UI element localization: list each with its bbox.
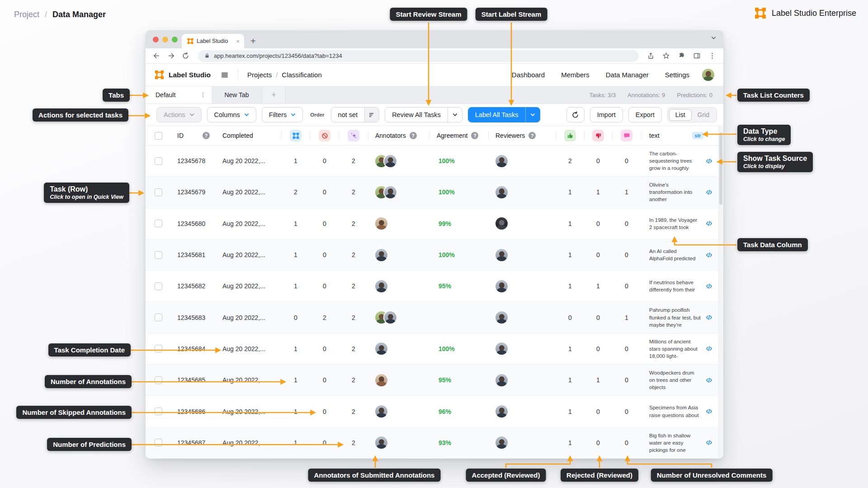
new-tab-icon[interactable]: + (250, 34, 256, 48)
show-task-source-code-icon[interactable] (705, 408, 713, 415)
close-tab-icon[interactable]: × (236, 38, 240, 45)
accepted-count: 1 (556, 251, 584, 258)
nav-link-data-manager[interactable]: Data Manager (606, 71, 649, 79)
table-row[interactable]: 12345682 Aug 20 2022,... 1 0 2 95% 1 1 0… (146, 271, 723, 302)
order-control[interactable]: not set (331, 107, 380, 122)
column-header-agreement[interactable]: Agreement ? (429, 126, 488, 145)
column-header-completed[interactable]: Completed (215, 126, 281, 145)
view-grid-button[interactable]: Grid (692, 109, 715, 120)
show-task-source-code-icon[interactable] (705, 345, 713, 352)
table-row[interactable]: 12345685 Aug 20 2022,... 1 0 2 95% 1 1 0… (146, 365, 723, 396)
refresh-button[interactable] (566, 107, 585, 122)
hamburger-menu-icon[interactable] (221, 71, 229, 79)
tab-new-tab[interactable]: New Tab (212, 86, 262, 103)
table-row[interactable]: 12345687 Aug 20 2022,... 1 0 2 93% 1 0 0… (146, 427, 723, 459)
user-avatar[interactable] (702, 69, 714, 81)
show-task-source-code-icon[interactable] (705, 439, 713, 446)
browser-tab[interactable]: Label Studio × (182, 34, 244, 48)
show-task-source-code-icon[interactable] (705, 188, 713, 196)
table-row[interactable]: 12345684 Aug 20 2022,... 1 0 2 100% 1 0 … (146, 333, 723, 365)
columns-button[interactable]: Columns (207, 107, 256, 122)
tab-default[interactable]: Default (146, 86, 212, 103)
address-bar[interactable]: app.heartex.com/projects/123456/data?tab… (198, 50, 639, 62)
table-row[interactable]: 12345683 Aug 20 2022,... 0 2 2 0 0 1 Pah… (146, 302, 723, 333)
nav-link-members[interactable]: Members (561, 71, 590, 79)
column-header-text[interactable]: text str (641, 126, 714, 145)
show-task-source-code-icon[interactable] (705, 282, 713, 290)
label-all-tasks-button[interactable]: Label All Tasks (468, 107, 540, 122)
reload-icon[interactable] (182, 52, 189, 60)
forward-icon[interactable] (167, 52, 175, 60)
row-checkbox[interactable] (155, 376, 162, 384)
export-button[interactable]: Export (628, 107, 662, 122)
show-task-source-code-icon[interactable] (705, 376, 713, 384)
tab-options-kebab-icon[interactable] (200, 92, 206, 98)
predictions-sparkles-icon[interactable] (348, 130, 359, 141)
column-header-id[interactable]: ID ? (166, 126, 215, 145)
row-checkbox[interactable] (155, 439, 162, 446)
bookmark-star-icon[interactable] (662, 52, 670, 60)
back-icon[interactable] (153, 52, 160, 60)
data-type-badge[interactable]: str (692, 132, 703, 139)
filters-button[interactable]: Filters (262, 107, 303, 122)
row-checkbox[interactable] (155, 157, 162, 165)
scrollbar-thumb[interactable] (719, 132, 722, 205)
label-options-chevron-icon[interactable] (525, 108, 540, 122)
column-header-comments[interactable] (612, 126, 641, 145)
column-header-rejected[interactable] (584, 126, 612, 145)
column-header-accepted[interactable] (556, 126, 584, 145)
annotations-count-icon[interactable] (290, 130, 302, 141)
nav-link-dashboard[interactable]: Dashboard (512, 71, 545, 79)
row-checkbox[interactable] (155, 251, 162, 259)
row-checkbox[interactable] (155, 408, 162, 415)
browser-menu-kebab-icon[interactable] (708, 52, 716, 60)
table-scrollbar[interactable] (718, 126, 723, 459)
thumb-up-icon[interactable] (564, 130, 576, 141)
review-options-chevron-icon[interactable] (448, 108, 462, 122)
column-header-skipped[interactable] (310, 126, 339, 145)
column-header-predictions[interactable] (339, 126, 368, 145)
task-text-snippet: An AI called AlphaFold predicted (649, 248, 701, 262)
view-list-button[interactable]: List (669, 109, 692, 121)
sort-direction-icon[interactable] (364, 108, 379, 122)
column-header-reviewers[interactable]: Reviewers ? (488, 126, 556, 145)
extension-puzzle-icon[interactable] (678, 52, 685, 60)
project-name[interactable]: Classification (282, 71, 321, 79)
table-row[interactable]: 12345686 Aug 20 2022,... 1 0 2 96% 1 0 0… (146, 396, 723, 427)
show-task-source-code-icon[interactable] (705, 314, 713, 321)
table-row[interactable]: 12345678 Aug 20 2022,... 1 0 2 100% 2 0 … (146, 145, 723, 177)
row-checkbox[interactable] (155, 220, 162, 227)
comment-icon[interactable] (621, 130, 632, 141)
add-tab-icon[interactable]: + (262, 86, 286, 103)
show-task-source-code-icon[interactable] (705, 251, 713, 259)
annotations-count: 2 (281, 188, 310, 196)
column-header-annotators[interactable]: Annotators ? (368, 126, 429, 145)
row-checkbox[interactable] (155, 345, 162, 352)
browser-profile-chevron-icon[interactable] (711, 36, 716, 40)
table-row[interactable]: 12345681 Aug 20 2022,... 1 0 2 100% 1 0 … (146, 239, 723, 271)
nav-link-settings[interactable]: Settings (665, 71, 689, 79)
breadcrumb-parent[interactable]: Project (14, 10, 39, 19)
show-task-source-code-icon[interactable] (705, 220, 713, 227)
minimize-window-button[interactable] (162, 37, 168, 42)
import-button[interactable]: Import (590, 107, 623, 122)
column-header-annotations[interactable] (281, 126, 310, 145)
row-checkbox[interactable] (155, 314, 162, 321)
show-task-source-code-icon[interactable] (705, 157, 713, 165)
row-checkbox[interactable] (155, 188, 162, 196)
review-all-tasks-button[interactable]: Review All Tasks (385, 107, 462, 122)
table-row[interactable]: 12345680 Aug 20 2022,... 1 0 2 99% 1 0 0… (146, 208, 723, 239)
maximize-window-button[interactable] (172, 37, 178, 42)
task-completion-date: Aug 20 2022,... (215, 314, 281, 321)
side-panel-icon[interactable] (693, 52, 701, 60)
table-row[interactable]: 12345679 Aug 20 2022,... 2 0 2 100% 1 1 … (146, 177, 723, 208)
select-all-checkbox[interactable] (155, 132, 162, 140)
share-icon[interactable] (647, 52, 655, 60)
row-checkbox[interactable] (155, 282, 162, 290)
close-window-button[interactable] (153, 37, 159, 42)
skipped-annotations-icon[interactable] (319, 130, 330, 141)
thumb-down-icon[interactable] (592, 130, 604, 141)
predictions-count: 2 (339, 314, 368, 321)
projects-link[interactable]: Projects (247, 71, 272, 79)
actions-button[interactable]: Actions (156, 107, 202, 122)
